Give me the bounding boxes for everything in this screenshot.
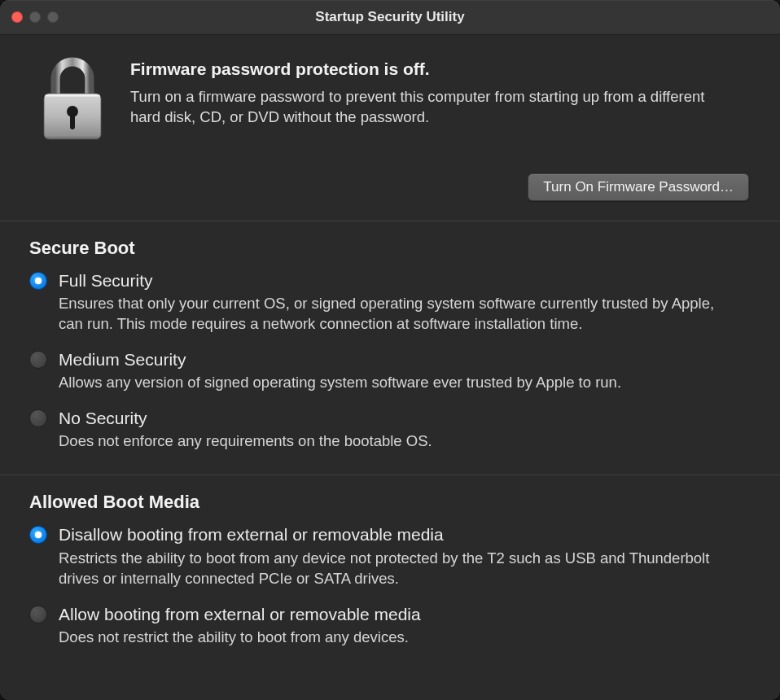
option-description: Does not restrict the ability to boot fr…	[59, 628, 734, 648]
option-description: Does not enforce any requirements on the…	[59, 431, 734, 452]
secure-boot-heading: Secure Boot	[29, 238, 751, 259]
minimize-button[interactable]	[29, 11, 41, 23]
boot-media-option-allow[interactable]: Allow booting from external or removable…	[29, 604, 751, 648]
secure-boot-option-medium[interactable]: Medium Security Allows any version of si…	[29, 349, 751, 393]
radio-indicator	[29, 606, 47, 623]
secure-boot-section: Secure Boot Full Security Ensures that o…	[0, 221, 780, 475]
secure-boot-option-full[interactable]: Full Security Ensures that only your cur…	[29, 270, 751, 335]
allowed-boot-media-section: Allowed Boot Media Disallow booting from…	[0, 475, 780, 670]
content: Firmware password protection is off. Tur…	[0, 35, 780, 700]
firmware-description: Turn on a firmware password to prevent t…	[130, 87, 716, 128]
option-description: Allows any version of signed operating s…	[59, 373, 734, 393]
option-title: Disallow booting from external or remova…	[59, 524, 751, 545]
secure-boot-option-none[interactable]: No Security Does not enforce any require…	[29, 408, 751, 452]
window-title: Startup Security Utility	[0, 9, 780, 25]
radio-indicator	[29, 526, 47, 544]
option-title: Full Security	[59, 270, 751, 291]
option-title: No Security	[59, 408, 751, 428]
option-title: Medium Security	[59, 349, 751, 370]
svg-rect-3	[70, 113, 75, 129]
firmware-heading: Firmware password protection is off.	[130, 59, 751, 79]
radio-indicator	[29, 351, 47, 369]
option-description: Restricts the ability to boot from any d…	[59, 549, 734, 589]
titlebar: Startup Security Utility	[0, 0, 780, 35]
maximize-button[interactable]	[47, 11, 59, 23]
firmware-password-section: Firmware password protection is off. Tur…	[0, 35, 780, 221]
radio-indicator	[29, 272, 47, 290]
svg-rect-1	[45, 95, 100, 97]
close-button[interactable]	[11, 11, 23, 23]
turn-on-firmware-password-button[interactable]: Turn On Firmware Password…	[528, 173, 749, 201]
traffic-lights	[0, 11, 59, 23]
boot-media-option-disallow[interactable]: Disallow booting from external or remova…	[29, 524, 751, 588]
window: Startup Security Utility	[0, 0, 780, 700]
option-description: Ensures that only your current OS, or si…	[59, 294, 734, 335]
radio-indicator	[29, 409, 47, 427]
boot-media-heading: Allowed Boot Media	[29, 492, 751, 513]
lock-icon	[39, 55, 106, 142]
option-title: Allow booting from external or removable…	[59, 604, 751, 624]
